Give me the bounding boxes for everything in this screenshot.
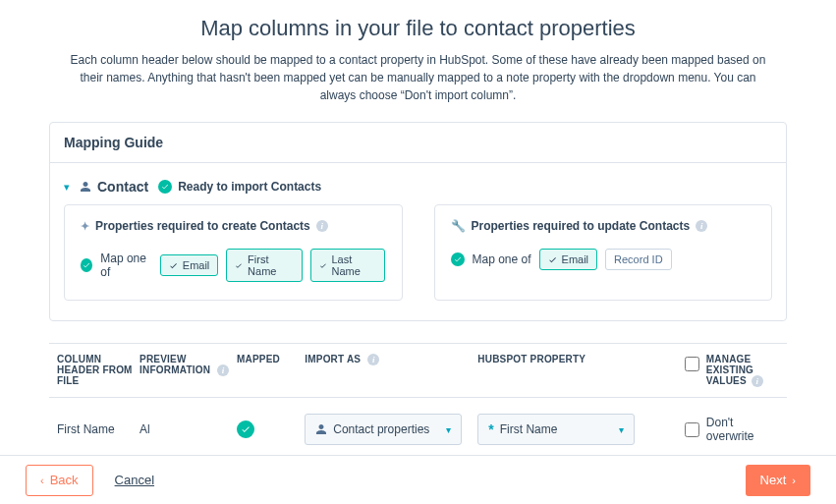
manage-all-checkbox[interactable] <box>685 357 699 371</box>
info-icon[interactable]: i <box>316 220 328 232</box>
cell-mapped <box>237 420 305 438</box>
next-button[interactable]: Next › <box>746 465 810 496</box>
info-icon[interactable]: i <box>696 220 707 232</box>
check-circle-icon <box>158 180 172 194</box>
create-requirements-card: ✦ Properties required to create Contacts… <box>64 204 403 301</box>
person-icon <box>80 181 91 193</box>
map-one-of-label: Map one of <box>473 252 531 266</box>
table-row: First Name Al Contact properties ▾ *Firs… <box>49 398 787 455</box>
th-mapped: MAPPED <box>237 354 305 364</box>
th-hubspot-property: HUBSPOT PROPERTY <box>477 354 677 364</box>
chip-email: Email <box>539 249 598 270</box>
info-icon[interactable]: i <box>752 375 763 387</box>
map-one-of-label: Map one of <box>100 252 152 279</box>
back-button[interactable]: ‹ Back <box>26 465 93 496</box>
hubspot-property-select[interactable]: *First Name ▾ <box>477 414 635 445</box>
ready-status: Ready to import Contacts <box>158 180 321 194</box>
mapped-check-icon <box>237 420 254 438</box>
th-column-header: COLUMN HEADER FROM FILE <box>57 354 139 386</box>
chip-first-name: First Name <box>226 249 302 282</box>
update-req-title: Properties required to update Contacts <box>472 219 691 233</box>
asterisk-icon: * <box>488 421 493 437</box>
import-as-select[interactable]: Contact properties ▾ <box>305 414 462 445</box>
info-icon[interactable]: i <box>367 354 379 365</box>
page-title: Map columns in your file to contact prop… <box>0 16 836 41</box>
chevron-right-icon: › <box>792 475 796 486</box>
contact-section-title: Contact <box>80 179 148 195</box>
cancel-link[interactable]: Cancel <box>115 473 154 487</box>
check-circle-icon <box>451 252 465 266</box>
chip-last-name: Last Name <box>310 249 386 282</box>
th-manage-checkbox <box>677 354 706 374</box>
check-circle-icon <box>81 258 92 272</box>
wrench-icon: 🔧 <box>451 219 466 233</box>
cell-manage: Don't overwrite <box>706 416 779 443</box>
mapping-table: COLUMN HEADER FROM FILE PREVIEW INFORMAT… <box>49 343 787 455</box>
chip-record-id: Record ID <box>605 249 672 270</box>
page-description: Each column header below should be mappe… <box>65 51 772 104</box>
update-requirements-card: 🔧 Properties required to update Contacts… <box>434 204 773 301</box>
mapping-guide-card: Mapping Guide ▾ Contact Ready to import … <box>49 122 787 321</box>
th-manage-values: MANAGE EXISTING VALUES i <box>706 354 779 387</box>
sparkle-icon: ✦ <box>81 220 89 233</box>
caret-down-icon: ▾ <box>446 424 451 435</box>
footer-bar: ‹ Back Cancel Next › <box>0 455 836 504</box>
info-icon[interactable]: i <box>217 364 229 376</box>
th-preview: PREVIEW INFORMATION i <box>139 354 237 376</box>
cell-column-header: First Name <box>57 422 139 436</box>
cell-preview: Al <box>139 422 237 436</box>
ready-status-label: Ready to import Contacts <box>178 180 321 194</box>
th-import-as: IMPORT AS i <box>305 354 477 365</box>
caret-down-icon: ▾ <box>619 424 624 435</box>
mapping-guide-heading: Mapping Guide <box>50 123 786 163</box>
chevron-down-icon[interactable]: ▾ <box>64 181 70 194</box>
contact-section-label: Contact <box>97 179 148 195</box>
chip-email: Email <box>160 254 219 276</box>
manage-row-checkbox[interactable] <box>685 422 699 437</box>
create-req-title: Properties required to create Contacts <box>95 219 310 233</box>
chevron-left-icon: ‹ <box>40 475 44 486</box>
person-icon <box>315 423 327 435</box>
